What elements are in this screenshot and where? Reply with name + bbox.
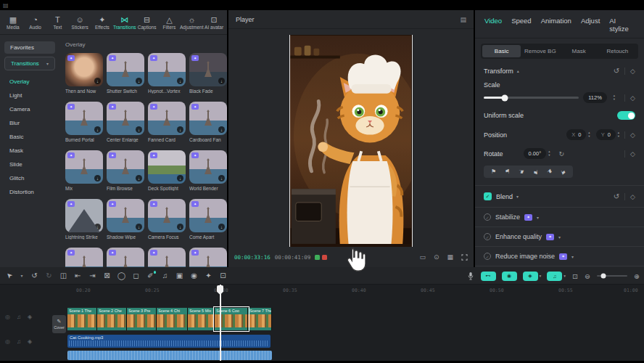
sidebar-category-item[interactable]: Glitch bbox=[0, 171, 59, 185]
timeline-zoom-out-icon[interactable]: ⊖ bbox=[585, 272, 590, 280]
position-y-input[interactable]: Y 0 bbox=[596, 129, 616, 140]
stepper-down-icon[interactable]: ▾ bbox=[614, 98, 615, 102]
transition-item[interactable]: ✦ ↓ Then and Now bbox=[65, 53, 103, 94]
video-preview[interactable] bbox=[289, 35, 413, 247]
audio-clip[interactable]: Cat Cooking.mp3 bbox=[67, 335, 271, 348]
video-clip[interactable]: Scene 4 Chi bbox=[157, 308, 188, 330]
timeline-quick-button[interactable]: ◈ ▾ bbox=[523, 272, 542, 281]
transition-item[interactable]: ✦ ↓ Shadow Wipe bbox=[107, 199, 144, 240]
transition-item[interactable]: ✦ ↓ Deck Spotlight bbox=[148, 150, 186, 191]
rotate-value-input[interactable]: 0.00° bbox=[524, 148, 547, 159]
media-toolbar-tab[interactable]: ⋈ Transitions bbox=[114, 15, 136, 30]
media-toolbar-tab[interactable]: △ Filters bbox=[159, 15, 181, 30]
chevron-down-icon[interactable]: ▾ bbox=[558, 234, 561, 240]
video-clip[interactable]: Scene 5 Mix bbox=[188, 308, 215, 330]
timeline-quick-button[interactable]: ⊷ ▾ bbox=[481, 272, 496, 281]
transition-item[interactable]: ✦ ↓ Center Enlarge bbox=[107, 102, 144, 142]
inspector-subtab[interactable]: Mask bbox=[560, 45, 598, 57]
inspector-subtab[interactable]: Retouch bbox=[598, 45, 637, 57]
timeline-tool-button[interactable]: ◯ bbox=[117, 272, 126, 280]
timeline-quick-button[interactable]: ◉ ▾ bbox=[502, 272, 517, 281]
scale-stepper[interactable]: ▴ ▾ bbox=[614, 94, 615, 101]
inspector-section-row[interactable]: ✓ Stabilize ✦ ▾ bbox=[475, 208, 644, 227]
sidebar-category-item[interactable]: Blur bbox=[0, 116, 59, 130]
toggle-track-visibility-icon[interactable]: ◎ bbox=[5, 338, 10, 345]
timeline-tool-button[interactable]: ⊠ bbox=[102, 272, 112, 280]
cover-button[interactable]: ✎ Cover bbox=[52, 315, 66, 333]
scale-keyframe-button[interactable]: ◇ bbox=[624, 94, 635, 102]
sidebar-category-item[interactable]: Overlay bbox=[0, 75, 59, 89]
video-clip[interactable]: Scene 1 The bbox=[67, 308, 97, 330]
transition-item[interactable]: ✦ ↓ Film Browse bbox=[107, 150, 144, 191]
timeline-tool-button[interactable]: ✦ bbox=[204, 272, 213, 280]
sidebar-favorites-button[interactable]: Favorites bbox=[4, 41, 55, 54]
inspector-subtab[interactable]: Remove BG bbox=[521, 45, 559, 57]
timeline-tool-button[interactable]: ↻ bbox=[44, 272, 54, 280]
blend-checkbox[interactable]: ✓ bbox=[484, 192, 492, 200]
video-clip[interactable]: Scene 3 Pre bbox=[127, 308, 157, 330]
timeline-tool-button[interactable]: ◻ bbox=[131, 272, 141, 280]
media-toolbar-tab[interactable]: ◔ Audio bbox=[25, 15, 46, 30]
video-clip[interactable]: Scene 2 Che bbox=[97, 308, 127, 330]
lock-track-icon[interactable]: ◈ bbox=[28, 314, 32, 320]
inspector-tab[interactable]: Adjust bbox=[581, 17, 600, 33]
rotate-dial-icon[interactable]: ↻ bbox=[558, 150, 564, 158]
transform-keyframe-button[interactable]: ◇ bbox=[624, 68, 635, 75]
sidebar-category-item[interactable]: Light bbox=[0, 89, 59, 102]
sidebar-category-item[interactable]: Slide bbox=[0, 158, 59, 171]
media-toolbar-tab[interactable]: ▦ Media bbox=[2, 15, 24, 30]
mute-track-icon[interactable]: ♫ bbox=[17, 314, 21, 320]
timeline-tool-button[interactable]: ⊡ bbox=[218, 272, 228, 280]
scale-value-input[interactable]: 112% bbox=[583, 92, 607, 103]
align-left-icon[interactable]: ⚑ bbox=[491, 168, 496, 175]
align-center-h-icon[interactable]: ⚑ bbox=[545, 168, 553, 176]
blend-keyframe-button[interactable]: ◇ bbox=[624, 193, 635, 200]
transition-item[interactable]: ✦ ↓ Black Fade bbox=[189, 53, 227, 94]
section-checkbox[interactable]: ✓ bbox=[484, 253, 491, 260]
timeline-tool-button[interactable]: ✐ bbox=[146, 272, 155, 280]
scale-slider[interactable] bbox=[484, 97, 579, 99]
media-toolbar-tab[interactable]: T Text bbox=[47, 15, 69, 30]
timeline-zoom-slider[interactable] bbox=[597, 275, 627, 277]
timeline-tool-button[interactable]: ♫ bbox=[160, 272, 170, 280]
media-toolbar-tab[interactable]: ⊟ Captions bbox=[136, 15, 158, 30]
video-clip[interactable]: Scene 7 The bbox=[248, 308, 272, 330]
media-toolbar-tab[interactable]: ☺ Stickers bbox=[69, 15, 91, 30]
timeline-tool-button[interactable]: ◫ bbox=[59, 272, 68, 280]
uniform-scale-toggle[interactable] bbox=[617, 111, 635, 120]
timeline-tool-button[interactable]: ⇥ bbox=[88, 272, 97, 280]
preview-quality-icon[interactable]: ▦ bbox=[447, 253, 453, 261]
inspector-tab[interactable]: Video bbox=[484, 17, 502, 33]
preview-axis-icon[interactable]: ⊡ bbox=[572, 272, 578, 280]
transition-item[interactable]: ✦ ↓ World Bender bbox=[189, 150, 227, 191]
mute-track-icon[interactable]: ♫ bbox=[17, 338, 21, 345]
transition-item[interactable]: ✦ ↓ Come Apart bbox=[189, 199, 227, 240]
transition-item[interactable]: ✦ ↓ bbox=[107, 248, 144, 267]
align-center-v-icon[interactable]: ⚑ bbox=[560, 168, 567, 176]
transition-item[interactable]: ✦ ↓ bbox=[65, 248, 103, 267]
playhead-line[interactable] bbox=[220, 285, 221, 361]
chevron-down-icon[interactable]: ▾ bbox=[537, 215, 539, 220]
sidebar-category-item[interactable]: Camera bbox=[0, 102, 59, 116]
position-keyframe-button[interactable]: ◇ bbox=[624, 131, 635, 139]
transition-item[interactable]: ✦ ↓ Mix bbox=[65, 150, 103, 191]
inspector-tab[interactable]: AI stylize bbox=[609, 17, 635, 33]
blend-reset-button[interactable]: ↺ bbox=[614, 192, 619, 200]
inspector-tab[interactable]: Animation bbox=[541, 17, 571, 33]
rotate-stepper[interactable]: ▴▾ bbox=[548, 150, 550, 157]
position-x-input[interactable]: X 0 bbox=[566, 129, 586, 140]
timeline-ruler[interactable]: 00:2000:2500:3000:3500:4000:4500:5000:55… bbox=[0, 285, 644, 296]
align-bottom-icon[interactable]: ⚑ bbox=[533, 168, 538, 175]
transition-item[interactable]: ✦ ↓ Fanned Card bbox=[148, 102, 186, 142]
player-menu-icon[interactable]: ▤ bbox=[460, 16, 466, 23]
fullscreen-icon[interactable] bbox=[461, 254, 468, 261]
aspect-ratio-icon[interactable]: ▭ bbox=[419, 253, 426, 261]
sidebar-category-item[interactable]: Basic bbox=[0, 130, 59, 144]
transition-item[interactable]: ✦ ↓ Shutter Switch bbox=[107, 53, 144, 94]
timeline-tool-button[interactable]: ↺ bbox=[30, 272, 39, 280]
toggle-track-visibility-icon[interactable]: ◎ bbox=[5, 314, 10, 320]
timeline-tool-button[interactable]: ▣ bbox=[175, 272, 184, 280]
transition-item[interactable]: ✦ ↓ Burned Portal bbox=[65, 102, 103, 142]
align-right-icon[interactable]: ⚑ bbox=[505, 168, 510, 175]
preview-focus-icon[interactable]: ⊙ bbox=[434, 253, 439, 261]
